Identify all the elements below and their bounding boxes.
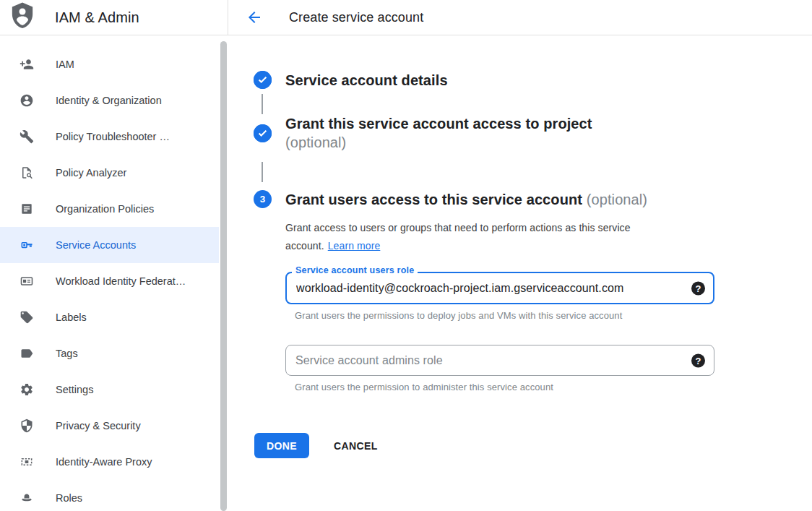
main-panel: Create service account Service account d… xyxy=(228,0,812,511)
service-account-admins-role-field: ? xyxy=(285,345,714,376)
sidebar-item-tags[interactable]: Tags xyxy=(0,335,219,372)
sidebar-nav: IAM Identity & Organization Policy Troub… xyxy=(0,46,228,511)
page-title: Create service account xyxy=(289,10,423,25)
sidebar-item-workload-identity-federat[interactable]: Workload Identity Federat… xyxy=(0,263,219,299)
help-icon[interactable]: ? xyxy=(691,281,705,295)
sidebar-scrollbar[interactable] xyxy=(219,41,228,511)
sidebar-item-organization-policies[interactable]: Organization Policies xyxy=(0,191,219,227)
sidebar-item-labels[interactable]: Labels xyxy=(0,299,219,335)
gcp-console-window: IAM & Admin IAM Identity & Organization … xyxy=(0,0,812,511)
service-account-users-role-field: Service account users role ? xyxy=(285,272,714,304)
step2-title: Grant this service account access to pro… xyxy=(285,114,592,152)
back-arrow-button[interactable] xyxy=(246,9,263,26)
sidebar-item-label: Privacy & Security xyxy=(56,420,141,431)
arrow-back-icon xyxy=(246,9,263,26)
step3-number-badge: 3 xyxy=(254,190,272,208)
sidebar-item-label: Service Accounts xyxy=(56,239,136,251)
check-circle-icon xyxy=(254,71,272,89)
wrench-icon xyxy=(20,129,34,144)
admins-role-field-box xyxy=(285,345,714,376)
sidebar-item-label: Policy Troubleshooter … xyxy=(56,131,170,142)
step-connector xyxy=(262,162,263,182)
sidebar-item-label: Labels xyxy=(56,312,87,323)
sidebar-item-policy-analyzer[interactable]: Policy Analyzer xyxy=(0,155,219,191)
sidebar-item-label: Roles xyxy=(56,492,82,504)
sidebar-item-label: Settings xyxy=(56,384,93,395)
service-account-key-icon xyxy=(20,238,34,252)
sidebar-item-label: Policy Analyzer xyxy=(56,167,126,179)
help-icon[interactable]: ? xyxy=(691,353,705,367)
sidebar-header: IAM & Admin xyxy=(0,0,228,35)
gear-icon xyxy=(20,382,34,397)
users-role-helper-text: Grant users the permissions to deploy jo… xyxy=(295,310,714,321)
product-title: IAM & Admin xyxy=(55,9,139,26)
users-role-field-box xyxy=(285,272,714,304)
badge-card-icon xyxy=(20,274,34,288)
users-role-input[interactable] xyxy=(296,282,681,295)
scrollbar-thumb[interactable] xyxy=(220,41,227,511)
step3-title: Grant users access to this service accou… xyxy=(285,190,714,209)
step-grant-users-access: 3 Grant users access to this service acc… xyxy=(254,190,812,392)
users-role-field-label: Service account users role xyxy=(292,265,418,275)
sidebar-item-identity-aware-proxy[interactable]: Identity-Aware Proxy xyxy=(0,444,219,480)
step-connector xyxy=(262,94,263,114)
step2-optional-label: (optional) xyxy=(285,134,346,150)
sidebar-item-iam[interactable]: IAM xyxy=(0,46,219,82)
sidebar-item-label: Identity & Organization xyxy=(56,95,162,106)
person-add-icon xyxy=(20,57,34,72)
sidebar-item-label: IAM xyxy=(56,59,74,70)
learn-more-link[interactable]: Learn more xyxy=(328,237,381,255)
hat-icon xyxy=(20,491,34,505)
admins-role-helper-text: Grant users the permission to administer… xyxy=(295,382,714,392)
article-icon xyxy=(20,202,34,216)
form-actions: DONE CANCEL xyxy=(254,433,812,458)
iam-shield-icon xyxy=(10,2,35,33)
sidebar-item-identity-organization[interactable]: Identity & Organization xyxy=(0,82,219,119)
create-service-account-form: Service account details Grant this servi… xyxy=(228,35,812,511)
step-service-account-details: Service account details xyxy=(254,71,812,90)
page-header: Create service account xyxy=(228,0,812,35)
check-circle-icon xyxy=(254,124,272,142)
step3-optional-label: (optional) xyxy=(587,192,647,207)
sidebar-item-label: Organization Policies xyxy=(56,203,154,215)
sidebar-item-label: Tags xyxy=(56,348,78,359)
done-button[interactable]: DONE xyxy=(254,433,309,458)
iam-admin-sidebar: IAM & Admin IAM Identity & Organization … xyxy=(0,0,228,511)
sidebar-item-label: Identity-Aware Proxy xyxy=(56,456,152,468)
sidebar-item-policy-troubleshooter[interactable]: Policy Troubleshooter … xyxy=(0,119,219,155)
tag-icon xyxy=(20,310,34,325)
proxy-icon xyxy=(20,455,34,469)
label-filled-icon xyxy=(20,346,34,361)
account-circle-icon xyxy=(20,93,34,108)
step3-description: Grant access to users or groups that nee… xyxy=(285,219,714,255)
sidebar-item-service-accounts[interactable]: Service Accounts xyxy=(0,227,219,263)
sidebar-item-roles[interactable]: Roles xyxy=(0,480,219,511)
sidebar-item-settings[interactable]: Settings xyxy=(0,372,219,408)
sidebar-item-privacy-security[interactable]: Privacy & Security xyxy=(0,408,219,444)
shield-half-icon xyxy=(20,418,34,433)
cancel-button[interactable]: CANCEL xyxy=(334,440,378,452)
step-grant-access-to-project: Grant this service account access to pro… xyxy=(254,114,812,152)
sidebar-item-label: Workload Identity Federat… xyxy=(56,275,186,287)
sidebar-body: IAM Identity & Organization Policy Troub… xyxy=(0,35,228,511)
step3-body: Grant users access to this service accou… xyxy=(285,190,714,392)
admins-role-input[interactable] xyxy=(295,354,682,367)
step1-title: Service account details xyxy=(285,71,448,90)
doc-search-icon xyxy=(20,166,34,180)
